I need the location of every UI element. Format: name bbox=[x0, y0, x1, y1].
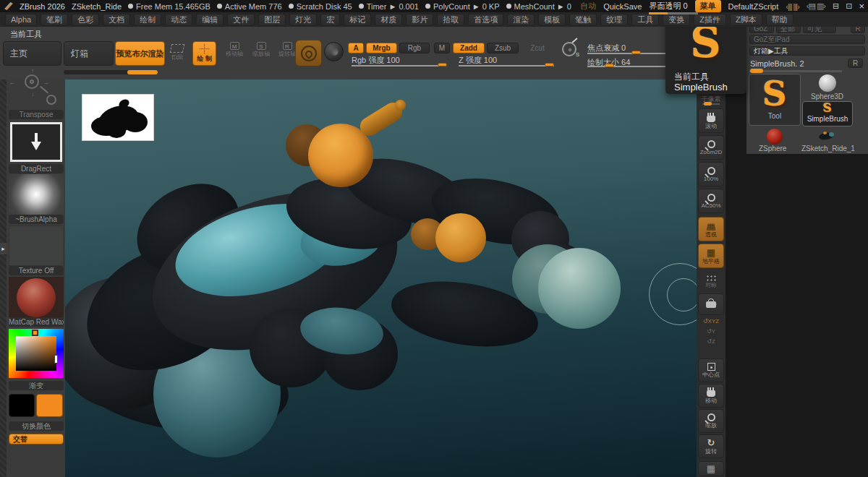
ui-opacity-slider[interactable]: 界面透明 0 bbox=[649, 1, 687, 12]
zsphere-thumbnail[interactable] bbox=[767, 129, 783, 145]
menu-tool[interactable]: 工具 bbox=[631, 14, 659, 26]
focal-shift-track[interactable] bbox=[587, 53, 665, 54]
menu-material[interactable]: 材质 bbox=[375, 14, 402, 26]
dragrect-button[interactable] bbox=[10, 122, 62, 162]
antialiased-half-button[interactable]: AC50% bbox=[698, 189, 724, 213]
spin-y-button[interactable]: ↺Y bbox=[698, 327, 724, 336]
texture-button[interactable] bbox=[9, 225, 64, 266]
brushalpha-button[interactable] bbox=[9, 174, 64, 215]
focal-shift-handle[interactable] bbox=[631, 51, 641, 54]
menu-marker[interactable]: 标记 bbox=[344, 14, 371, 26]
secondary-color-swatch[interactable] bbox=[36, 394, 63, 417]
toggle-m[interactable]: M bbox=[434, 43, 450, 53]
menu-texture[interactable]: 纹理 bbox=[600, 14, 628, 26]
sv-marker[interactable] bbox=[54, 355, 58, 364]
draw-size-handle[interactable] bbox=[605, 64, 614, 67]
menu-edit[interactable]: 编辑 bbox=[196, 14, 224, 26]
ui-divider-right-icon[interactable]: ‹▤ ▥› bbox=[807, 1, 825, 11]
main-color-swatch[interactable] bbox=[9, 394, 35, 417]
tool-slider-track[interactable] bbox=[749, 70, 842, 72]
ui-divider-left-icon[interactable]: ‹||| |||› bbox=[786, 2, 799, 11]
perspective-button[interactable]: ▦ 透视 bbox=[698, 217, 724, 241]
menu-alpha[interactable]: Alpha bbox=[5, 14, 37, 26]
menu-macro[interactable]: 宏 bbox=[320, 14, 340, 26]
auto-toggle[interactable]: 自动 bbox=[580, 1, 596, 12]
sphere3d-thumbnail[interactable] bbox=[819, 74, 836, 92]
edit-button[interactable]: Edit bbox=[167, 42, 187, 66]
move-view-button[interactable]: 移动 bbox=[698, 384, 724, 408]
tool-slider-handle[interactable] bbox=[750, 69, 763, 73]
menu-movie[interactable]: 影片 bbox=[406, 14, 433, 26]
camera-lock-button[interactable] bbox=[698, 293, 724, 315]
color-picker[interactable] bbox=[9, 329, 64, 378]
simplebrush-thumbnail[interactable]: S SimpleBrush bbox=[802, 101, 853, 126]
floor-grid-button[interactable]: ▦ 地平格 bbox=[698, 244, 724, 268]
spin-xyz-button[interactable]: ↺XYZ bbox=[698, 317, 724, 326]
menu-file[interactable]: 文件 bbox=[227, 14, 255, 26]
z-intensity-handle[interactable] bbox=[545, 63, 554, 66]
draw-button[interactable]: 绘 制 bbox=[192, 41, 216, 66]
toggle-a[interactable]: A bbox=[348, 43, 364, 53]
menu-preferences[interactable]: 首选项 bbox=[468, 14, 503, 26]
default-zscript-button[interactable]: DefaultZScript bbox=[728, 2, 779, 11]
scale-axis-button[interactable]: S 缩放轴 bbox=[250, 42, 273, 57]
menu-button[interactable]: 菜单 bbox=[695, 0, 721, 12]
material-sphere-button[interactable] bbox=[324, 42, 344, 61]
toggle-mrgb[interactable]: Mrgb bbox=[366, 43, 397, 53]
menu-color[interactable]: 色彩 bbox=[72, 14, 99, 26]
menu-help[interactable]: 帮助 bbox=[766, 14, 793, 26]
rgb-intensity-handle[interactable] bbox=[438, 63, 447, 66]
toggle-rgb[interactable]: Rgb bbox=[399, 43, 430, 53]
window-minimize-button[interactable]: ⊟ bbox=[833, 1, 838, 11]
left-dock-expand-arrow[interactable]: ▸ bbox=[0, 243, 7, 254]
toggle-zcut[interactable]: Zcut bbox=[522, 43, 553, 53]
toggle-zadd[interactable]: Zadd bbox=[453, 43, 485, 53]
draw-size-track[interactable] bbox=[587, 66, 665, 67]
frame-center-button[interactable]: 中心点 bbox=[698, 358, 724, 382]
scale-view-button[interactable]: 缩放 bbox=[698, 409, 724, 433]
symmetry-button[interactable]: 对称 bbox=[698, 270, 724, 292]
menu-light[interactable]: 灯光 bbox=[289, 14, 317, 26]
hue-marker[interactable] bbox=[32, 330, 38, 336]
menu-zscript[interactable]: Z脚本 bbox=[730, 14, 762, 26]
color-picker-sv-area[interactable] bbox=[16, 336, 56, 371]
window-restore-button[interactable]: ⊡ bbox=[846, 1, 851, 11]
lightbox-tool-button[interactable]: 灯箱▶工具 bbox=[749, 46, 865, 56]
zsketch-ride-thumbnail[interactable] bbox=[817, 130, 838, 142]
grid-button[interactable]: ▦ bbox=[698, 461, 724, 476]
tool-r-button[interactable]: R bbox=[848, 59, 863, 68]
goz-ipad-button[interactable]: GoZ至iPad bbox=[749, 35, 865, 44]
rgb-intensity-track[interactable] bbox=[352, 65, 446, 66]
brush-preview-button[interactable]: S bbox=[562, 42, 585, 65]
menu-render[interactable]: 渲染 bbox=[507, 14, 535, 26]
menu-document[interactable]: 文档 bbox=[103, 14, 130, 26]
viewport-canvas[interactable] bbox=[65, 80, 697, 477]
toggle-zsub[interactable]: Zsub bbox=[487, 43, 519, 53]
menu-draw[interactable]: 绘制 bbox=[134, 14, 161, 26]
lightbox-button[interactable]: 灯箱 bbox=[64, 41, 114, 66]
zoom2d-button[interactable]: Zoom2D bbox=[698, 135, 724, 160]
scroll-button[interactable]: 滚动 bbox=[698, 108, 724, 133]
matcap-button[interactable] bbox=[9, 277, 64, 317]
menu-dynamics[interactable]: 动态 bbox=[165, 14, 192, 26]
lightbox-scrollbar-track[interactable] bbox=[64, 70, 158, 74]
quicksave-button[interactable]: QuickSave bbox=[603, 2, 642, 11]
preview-boolean-button[interactable]: 预览布尔渲染 bbox=[115, 41, 165, 66]
menu-transform[interactable]: 变换 bbox=[663, 14, 690, 26]
menu-brush[interactable]: 笔刷 bbox=[41, 14, 68, 26]
menu-stencil[interactable]: 模板 bbox=[538, 14, 566, 26]
actual-size-button[interactable]: 100% bbox=[698, 162, 724, 186]
pixel-slider-handle[interactable] bbox=[704, 102, 712, 106]
alternate-button[interactable]: 交替 bbox=[9, 434, 64, 444]
transpose-button[interactable]: ↑ ← → ↓ bbox=[9, 67, 64, 109]
move-axis-button[interactable]: M 移动轴 bbox=[223, 42, 246, 57]
window-close-button[interactable]: × bbox=[859, 1, 864, 12]
rotate-view-button[interactable]: ↻旋转 bbox=[698, 434, 724, 458]
stroke-type-button[interactable] bbox=[295, 40, 322, 66]
left-divider-strip[interactable] bbox=[0, 80, 7, 477]
home-button[interactable]: 主页 bbox=[3, 41, 61, 66]
z-intensity-track[interactable] bbox=[459, 65, 554, 66]
menu-stroke[interactable]: 笔触 bbox=[569, 14, 597, 26]
menu-layer[interactable]: 图层 bbox=[258, 14, 286, 26]
spin-z-button[interactable]: ↺Z bbox=[698, 337, 724, 346]
